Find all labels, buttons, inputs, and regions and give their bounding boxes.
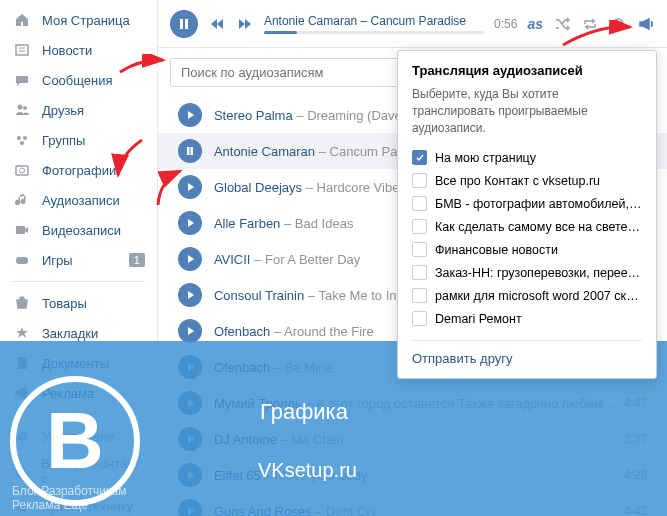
checkbox[interactable] bbox=[412, 150, 427, 165]
track-row[interactable]: Eiffel 65 – Move your body4:28 bbox=[158, 457, 667, 493]
broadcast-button[interactable] bbox=[637, 15, 655, 33]
track-text: Мумий Тролль – А этот город останется Та… bbox=[214, 396, 614, 411]
sidebar-item-label: Группы bbox=[42, 133, 85, 148]
broadcast-option[interactable]: Demari Ремонт bbox=[412, 307, 642, 330]
popover-desc: Выберите, куда Вы хотите транслировать п… bbox=[412, 86, 642, 136]
headphones-button[interactable] bbox=[609, 15, 627, 33]
repeat-button[interactable] bbox=[581, 15, 599, 33]
option-label: На мою страницу bbox=[435, 151, 536, 165]
play-icon[interactable] bbox=[178, 247, 202, 271]
news-icon bbox=[12, 40, 32, 60]
svg-point-9 bbox=[20, 168, 25, 173]
divider bbox=[12, 414, 145, 415]
checkbox[interactable] bbox=[412, 265, 427, 280]
lastfm-icon[interactable]: as bbox=[527, 16, 543, 32]
play-icon[interactable] bbox=[178, 319, 202, 343]
next-button[interactable] bbox=[236, 15, 254, 33]
popover-title: Трансляция аудиозаписей bbox=[412, 63, 642, 78]
play-icon[interactable] bbox=[178, 211, 202, 235]
groups-icon bbox=[12, 130, 32, 150]
sidebar-item-bookmarks[interactable]: Закладки bbox=[0, 318, 157, 348]
broadcast-option[interactable]: Заказ-НН: грузоперевозки, переезды, ... bbox=[412, 261, 642, 284]
audio-icon bbox=[12, 190, 32, 210]
svg-rect-15 bbox=[190, 147, 193, 155]
sidebar-item-label: Новости bbox=[42, 43, 92, 58]
svg-rect-14 bbox=[187, 147, 190, 155]
sidebar-item-messages[interactable]: Сообщения bbox=[0, 65, 157, 95]
option-label: Финансовые новости bbox=[435, 243, 558, 257]
broadcast-option[interactable]: Финансовые новости bbox=[412, 238, 642, 261]
sidebar-item-friends[interactable]: Друзья bbox=[0, 95, 157, 125]
sidebar-item-audio[interactable]: Аудиозаписи bbox=[0, 185, 157, 215]
sidebar-item-docs[interactable]: Документы bbox=[0, 348, 157, 378]
option-label: Как сделать самому все на свете вме... bbox=[435, 220, 642, 234]
sidebar-item-photos[interactable]: Фотографии bbox=[0, 155, 157, 185]
checkbox[interactable] bbox=[412, 311, 427, 326]
checkbox[interactable] bbox=[412, 219, 427, 234]
message-icon bbox=[12, 70, 32, 90]
pause-button[interactable] bbox=[170, 10, 198, 38]
svg-point-7 bbox=[20, 141, 24, 145]
broadcast-option[interactable]: рамки для microsoft word 2007 скачать bbox=[412, 284, 642, 307]
shuffle-button[interactable] bbox=[553, 15, 571, 33]
sidebar: Моя Страница Новости Сообщения Друзья Гр… bbox=[0, 0, 158, 516]
ads-icon bbox=[12, 383, 32, 403]
main-area: Antonie Camaran – Cancum Paradise 0:56 a… bbox=[158, 0, 667, 516]
send-friend-link[interactable]: Отправить другу bbox=[412, 340, 642, 366]
play-icon[interactable] bbox=[178, 499, 202, 516]
progress-bar[interactable] bbox=[264, 31, 484, 34]
friends-icon bbox=[12, 100, 32, 120]
play-icon[interactable] bbox=[178, 103, 202, 127]
track-row[interactable]: DJ Antoine – Ma Cheri3:37 bbox=[158, 421, 667, 457]
sidebar-item-label: Моя Страница bbox=[42, 13, 130, 28]
video-icon bbox=[12, 220, 32, 240]
checkbox[interactable] bbox=[412, 242, 427, 257]
option-label: рамки для microsoft word 2007 скачать bbox=[435, 289, 642, 303]
play-icon[interactable] bbox=[178, 391, 202, 415]
sidebar-item-news[interactable]: Новости bbox=[0, 35, 157, 65]
play-icon[interactable] bbox=[178, 427, 202, 451]
sidebar-item-label: Товары bbox=[42, 296, 87, 311]
broadcast-option[interactable]: Все про Контакт с vksetup.ru bbox=[412, 169, 642, 192]
footer-links: Блог Разработчикам Реклама Ещё bbox=[12, 484, 126, 512]
broadcast-option[interactable]: БМВ - фотографии автомобилей, все п... bbox=[412, 192, 642, 215]
svg-rect-12 bbox=[180, 19, 183, 29]
now-playing[interactable]: Antonie Camaran – Cancum Paradise bbox=[264, 14, 484, 34]
sidebar-item-games[interactable]: Игры 1 bbox=[0, 245, 157, 275]
play-icon[interactable] bbox=[178, 463, 202, 487]
play-icon[interactable] bbox=[178, 355, 202, 379]
sidebar-item-video[interactable]: Видеозаписи bbox=[0, 215, 157, 245]
sidebar-item-goods[interactable]: Товары bbox=[0, 288, 157, 318]
pause-icon bbox=[178, 18, 190, 30]
track-row[interactable]: Guns And Roses – Dont Cry4:42 bbox=[158, 493, 667, 516]
pause-icon[interactable] bbox=[178, 139, 202, 163]
sidebar-item-label: Закладки bbox=[42, 326, 98, 341]
play-icon[interactable] bbox=[178, 175, 202, 199]
prev-button[interactable] bbox=[208, 15, 226, 33]
broadcast-option[interactable]: Как сделать самому все на свете вме... bbox=[412, 215, 642, 238]
sidebar-item-groups[interactable]: Группы bbox=[0, 125, 157, 155]
track-duration: 4:42 bbox=[624, 504, 647, 516]
sidebar-item-label: Сообщения bbox=[42, 73, 113, 88]
sidebar-item-label: Игры bbox=[42, 253, 73, 268]
svg-point-5 bbox=[17, 136, 21, 140]
track-row[interactable]: Мумий Тролль – А этот город останется Та… bbox=[158, 385, 667, 421]
group-icon: ◉ bbox=[12, 461, 31, 481]
checkbox[interactable] bbox=[412, 288, 427, 303]
games-icon bbox=[12, 250, 32, 270]
sidebar-item-label: Друзья bbox=[42, 103, 84, 118]
player-bar: Antonie Camaran – Cancum Paradise 0:56 a… bbox=[158, 0, 667, 48]
sidebar-item-ads[interactable]: Реклама bbox=[0, 378, 157, 408]
checkbox[interactable] bbox=[412, 196, 427, 211]
svg-point-3 bbox=[18, 105, 23, 110]
sidebar-item-manage[interactable]: ⚙ Управление bbox=[0, 421, 157, 451]
photo-icon bbox=[12, 160, 32, 180]
checkbox[interactable] bbox=[412, 173, 427, 188]
play-icon[interactable] bbox=[178, 283, 202, 307]
sidebar-item-mypage[interactable]: Моя Страница bbox=[0, 5, 157, 35]
badge: 1 bbox=[129, 253, 145, 267]
broadcast-option[interactable]: На мою страницу bbox=[412, 146, 642, 169]
svg-rect-10 bbox=[16, 226, 25, 234]
sidebar-item-label: Управление bbox=[42, 429, 114, 444]
sidebar-item-label: Документы bbox=[42, 356, 109, 371]
